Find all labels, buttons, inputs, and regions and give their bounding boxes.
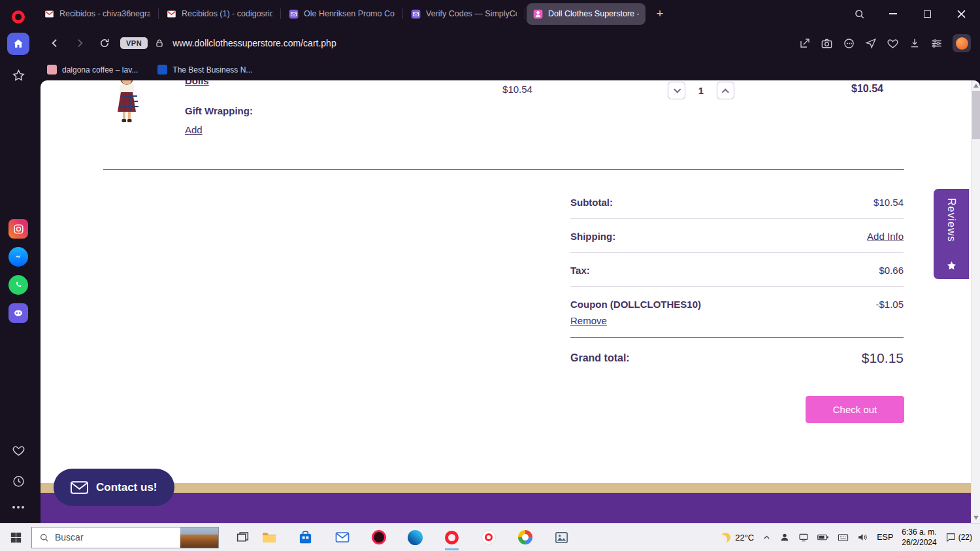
temperature: 22°C (735, 533, 754, 543)
taskbar-pinned-apps (260, 527, 570, 547)
bookmark-favicon (47, 65, 57, 75)
user-icon[interactable] (779, 532, 790, 543)
edge-icon[interactable] (406, 527, 424, 547)
tab-gmail-1[interactable]: Recibidos - chiva36negra@ (38, 3, 157, 25)
volume-icon[interactable] (857, 532, 868, 543)
snapshot-camera-icon[interactable] (821, 37, 833, 50)
sidebar-bottom-group (7, 439, 29, 514)
window-controls (851, 5, 975, 22)
bookmark-best-business[interactable]: The Best Business N... (157, 65, 252, 75)
tab-title: Recibidos (1) - codigosrico (182, 9, 272, 18)
messenger-icon[interactable] (8, 247, 28, 267)
whatsapp-icon[interactable] (8, 275, 28, 295)
forward-icon[interactable] (71, 34, 89, 52)
quantity-increase-button[interactable] (717, 82, 734, 99)
tab-separator (402, 8, 403, 19)
back-icon[interactable] (46, 34, 64, 52)
search-highlight-image[interactable] (180, 527, 218, 548)
maximize-icon[interactable] (919, 5, 936, 22)
reviews-tab[interactable]: Reviews (934, 189, 969, 279)
sidebar-more-icon[interactable] (7, 501, 29, 514)
cart-divider (103, 169, 904, 170)
summary-value: -$1.05 (875, 299, 904, 310)
scrollbar-up-arrow[interactable] (973, 84, 979, 88)
star-icon (12, 69, 25, 82)
google-icon[interactable] (516, 527, 534, 547)
network-icon[interactable] (798, 532, 809, 543)
tab-gmail-2[interactable]: Recibidos (1) - codigosrico (160, 3, 279, 25)
close-icon[interactable] (953, 5, 970, 22)
quantity-value: 1 (685, 85, 717, 96)
opera-icon[interactable] (443, 527, 461, 547)
opera-logo-icon[interactable] (12, 10, 25, 24)
task-view-icon[interactable] (236, 531, 250, 544)
bookmark-favicon (157, 65, 167, 75)
start-menu-icon[interactable] (0, 524, 31, 551)
tab-separator (158, 8, 159, 19)
shipping-add-info-link[interactable]: Add Info (867, 231, 904, 242)
page-scrollbar[interactable] (971, 80, 980, 523)
downloads-icon[interactable] (909, 37, 921, 49)
bookmarks-workspace-button[interactable] (7, 64, 29, 86)
file-explorer-icon[interactable] (260, 527, 278, 547)
opera-gx-icon[interactable] (370, 527, 387, 547)
send-to-flow-icon[interactable] (865, 37, 877, 49)
coupon-remove-link[interactable]: Remove (570, 315, 607, 326)
grand-total-label: Grand total: (570, 352, 630, 364)
product-image[interactable] (112, 80, 141, 124)
extensions-circle-icon[interactable] (843, 37, 855, 50)
opera-outline-icon[interactable] (480, 527, 497, 547)
photos-icon[interactable] (553, 527, 570, 547)
doll-favicon-icon (533, 9, 543, 19)
quantity-decrease-button[interactable] (668, 82, 685, 99)
home-workspace-button[interactable] (7, 33, 29, 55)
search-placeholder: Buscar (55, 532, 84, 543)
discord-icon[interactable] (8, 303, 28, 323)
new-tab-button[interactable]: + (651, 5, 669, 23)
instagram-icon[interactable] (8, 219, 28, 239)
checkout-button[interactable]: Check out (806, 396, 904, 423)
cart-page: Dolls $10.54 1 $10.54 Gift Wrapping: Add… (41, 80, 980, 523)
touch-keyboard-icon[interactable] (838, 532, 849, 543)
tab-ole-henriksen[interactable]: Ole Henriksen Promo Cod (282, 3, 401, 25)
order-summary: Subtotal: $10.54 Shipping: Add Info Tax:… (570, 185, 904, 366)
taskbar-clock[interactable]: 6:36 a. m. 26/2/2024 (902, 527, 936, 548)
tab-separator (525, 8, 525, 19)
reload-icon[interactable] (95, 34, 114, 52)
bookmark-dalgona-coffee[interactable]: dalgona coffee – lav... (47, 65, 138, 75)
vpn-badge[interactable]: VPN (120, 37, 148, 49)
address-bar-actions (799, 34, 971, 52)
taskbar-search-box[interactable]: Buscar (31, 527, 219, 548)
microsoft-store-icon[interactable] (297, 527, 314, 547)
tab-verify-codes[interactable]: Verify Codes — SimplyCod (404, 3, 523, 25)
edit-page-icon[interactable] (799, 37, 811, 49)
tray-expand-icon[interactable] (762, 533, 771, 542)
tab-doll-clothes-superstore[interactable]: Doll Clothes Superstore - S (527, 3, 645, 25)
system-tray: 22°C ESP 6:36 a. m. 26/2/2024 (22) (721, 527, 980, 548)
address-bar: VPN www.dollclothessuperstore.com/cart.p… (37, 27, 980, 59)
contact-us-button[interactable]: Contact us! (54, 469, 174, 506)
keyboard-language[interactable]: ESP (877, 533, 893, 542)
tab-title: Recibidos - chiva36negra@ (59, 9, 150, 18)
mail-app-icon[interactable] (333, 527, 351, 547)
profile-avatar[interactable] (953, 34, 971, 52)
tune-settings-icon[interactable] (930, 37, 943, 50)
scrollbar-thumb[interactable] (972, 91, 980, 139)
weather-widget[interactable]: 22°C (721, 533, 754, 543)
scrollbar-down-arrow[interactable] (973, 516, 979, 520)
summary-value: $10.54 (874, 197, 904, 208)
windows-taskbar: Buscar 22°C (0, 523, 980, 551)
history-clock-icon[interactable] (7, 470, 29, 492)
minimize-icon[interactable] (885, 5, 902, 22)
product-category-link[interactable]: Dolls (185, 80, 209, 86)
bookmark-heart-icon[interactable] (887, 37, 899, 50)
tab-search-icon[interactable] (851, 5, 868, 22)
gift-wrapping-add-link[interactable]: Add (185, 124, 203, 135)
lock-icon[interactable] (154, 38, 165, 48)
action-center-icon[interactable]: (22) (945, 532, 972, 543)
battery-icon[interactable] (817, 532, 829, 543)
bookmark-label: dalgona coffee – lav... (62, 65, 138, 75)
summary-row-subtotal: Subtotal: $10.54 (570, 185, 904, 219)
favorites-heart-icon[interactable] (7, 439, 29, 461)
url-field[interactable]: www.dollclothessuperstore.com/cart.php (172, 38, 792, 48)
